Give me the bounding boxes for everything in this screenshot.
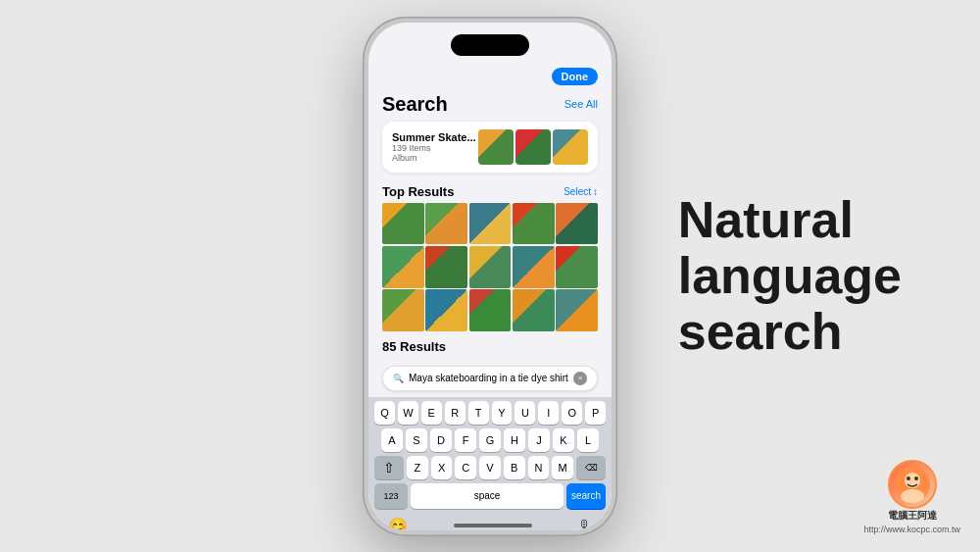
key-123[interactable]: 123 (374, 483, 408, 509)
top-results-header: Top Results Select ↕ (368, 180, 612, 203)
search-icon: 🔍 (393, 374, 404, 383)
album-thumb-1 (478, 129, 514, 165)
sort-icon: ↕ (593, 186, 598, 197)
watermark-url: http://www.kocpc.com.tw (863, 525, 960, 534)
photo-cell[interactable] (425, 289, 467, 331)
svg-point-2 (901, 489, 924, 503)
key-B[interactable]: B (504, 456, 525, 479)
key-H[interactable]: H (504, 428, 525, 452)
key-D[interactable]: D (430, 428, 452, 452)
photo-cell[interactable] (425, 246, 467, 288)
photo-cell[interactable] (556, 203, 598, 245)
done-button[interactable]: Done (552, 68, 599, 85)
watermark-logo (888, 460, 937, 509)
search-clear-button[interactable]: × (573, 372, 587, 385)
keyboard-bottom-row: 123 space search (374, 483, 606, 509)
tagline-line1: Natural (678, 192, 902, 248)
key-R[interactable]: R (445, 401, 466, 425)
key-G[interactable]: G (479, 428, 501, 452)
top-results-grid (382, 203, 598, 331)
key-T[interactable]: T (468, 401, 489, 425)
keyboard-row-1: Q W E R T Y U I O P (374, 401, 606, 425)
key-E[interactable]: E (421, 401, 442, 425)
phone-screen: Done Search See All Summer Skate... 139 … (368, 23, 612, 530)
photo-cell[interactable] (513, 246, 555, 288)
watermark: 電腦王阿達 http://www.kocpc.com.tw (863, 460, 960, 534)
key-A[interactable]: A (381, 428, 403, 452)
key-N[interactable]: N (528, 456, 550, 479)
photo-cell[interactable] (469, 246, 512, 288)
search-query-text[interactable]: Maya skateboarding in a tie dye shirt (409, 373, 573, 383)
key-K[interactable]: K (553, 428, 574, 452)
emoji-icon[interactable]: 😊 (388, 517, 408, 530)
top-bar: Done (368, 64, 612, 89)
photo-cell[interactable] (382, 289, 424, 331)
key-Y[interactable]: Y (492, 401, 513, 425)
see-all-link[interactable]: See All (564, 98, 598, 110)
mic-icon[interactable]: 🎙 (578, 518, 592, 529)
photo-cell[interactable] (382, 203, 424, 245)
key-search[interactable]: search (566, 483, 606, 509)
watermark-name: 電腦王阿達 (888, 509, 937, 523)
photo-cell[interactable] (556, 246, 598, 288)
keyboard-row-2: A S D F G H J K L (374, 428, 606, 452)
svg-point-4 (914, 477, 918, 480)
key-U[interactable]: U (514, 401, 535, 425)
key-F[interactable]: F (455, 428, 476, 452)
key-space[interactable]: space (411, 483, 564, 509)
key-C[interactable]: C (455, 456, 476, 479)
album-info: Summer Skate... 139 Items Album (392, 131, 478, 163)
album-card[interactable]: Summer Skate... 139 Items Album (382, 122, 598, 173)
key-backspace[interactable]: ⌫ (576, 456, 606, 479)
photo-cell[interactable] (556, 289, 598, 331)
tagline-container: Natural language search (678, 192, 902, 361)
key-Q[interactable]: Q (374, 401, 395, 425)
album-thumb-2 (515, 129, 551, 165)
select-label: Select (564, 186, 591, 197)
search-input-box[interactable]: 🔍 Maya skateboarding in a tie dye shirt … (382, 366, 598, 391)
album-thumb-3 (553, 129, 588, 165)
search-header: Search See All (368, 89, 612, 122)
top-results-label: Top Results (382, 184, 454, 199)
photo-cell[interactable] (469, 203, 512, 245)
key-X[interactable]: X (431, 456, 453, 479)
key-L[interactable]: L (577, 428, 599, 452)
key-J[interactable]: J (528, 428, 550, 452)
tagline-text: Natural language search (678, 192, 902, 361)
dynamic-island (451, 34, 529, 56)
results-count: 85 Results (382, 339, 446, 354)
keyboard: Q W E R T Y U I O P A S (368, 397, 612, 513)
key-Z[interactable]: Z (407, 456, 428, 479)
bottom-bar: 😊 🎙 (368, 513, 612, 530)
home-indicator (454, 524, 532, 527)
album-items: 139 Items (392, 143, 478, 153)
key-I[interactable]: I (538, 401, 559, 425)
key-O[interactable]: O (562, 401, 582, 425)
key-P[interactable]: P (585, 401, 606, 425)
page-wrapper: Done Search See All Summer Skate... 139 … (0, 0, 980, 552)
album-thumbnails (478, 129, 588, 165)
photo-cell[interactable] (513, 289, 555, 331)
photo-cell[interactable] (425, 203, 467, 245)
key-V[interactable]: V (479, 456, 501, 479)
results-header: 85 Results (368, 337, 612, 358)
album-type: Album (392, 153, 478, 163)
photo-cell[interactable] (382, 246, 424, 288)
photo-cell[interactable] (469, 289, 512, 331)
key-M[interactable]: M (552, 456, 573, 479)
key-S[interactable]: S (406, 428, 427, 452)
key-W[interactable]: W (398, 401, 418, 425)
svg-point-3 (906, 477, 910, 480)
photo-cell[interactable] (513, 203, 555, 245)
tagline-line2: language (678, 248, 902, 304)
search-title: Search (382, 93, 448, 116)
screen-content: Done Search See All Summer Skate... 139 … (368, 23, 612, 530)
tagline-line3: search (678, 304, 902, 360)
key-shift[interactable]: ⇧ (374, 456, 404, 479)
phone-mockup: Done Search See All Summer Skate... 139 … (363, 17, 617, 536)
select-button[interactable]: Select ↕ (564, 186, 598, 197)
album-title: Summer Skate... (392, 131, 478, 143)
keyboard-row-3: ⇧ Z X C V B N M ⌫ (374, 456, 606, 479)
